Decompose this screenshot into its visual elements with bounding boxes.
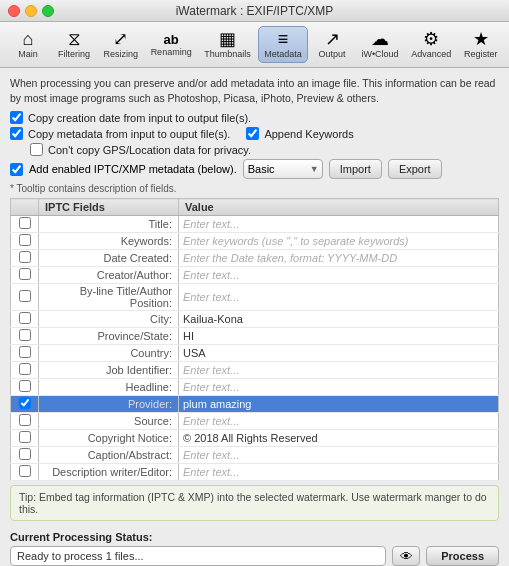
checkbox-split-row: Copy metadata from input to ouput file(s… <box>10 127 499 140</box>
metadata-type-select[interactable]: Basic Advanced Custom <box>243 159 323 179</box>
status-input[interactable] <box>10 546 386 566</box>
maximize-button[interactable] <box>42 5 54 17</box>
row-value: Enter text... <box>179 284 499 311</box>
window-controls <box>8 5 54 17</box>
toolbar-thumbnails-label: Thumbnails <box>204 49 251 59</box>
eye-button[interactable]: 👁 <box>392 546 420 566</box>
row-field: Title: <box>39 216 179 233</box>
copy-creation-checkbox[interactable] <box>10 111 23 124</box>
status-input-row: 👁 Process <box>10 546 499 566</box>
row-checkbox[interactable] <box>19 312 31 324</box>
main-content: When processing you can preserve and/or … <box>0 68 509 525</box>
row-checkbox[interactable] <box>19 380 31 392</box>
toolbar-metadata-label: Metadata <box>264 49 302 59</box>
toolbar-register[interactable]: ★ Register <box>459 27 503 62</box>
process-button[interactable]: Process <box>426 546 499 566</box>
row-value: © 2018 All Rights Reserved <box>179 430 499 447</box>
row-field: Headline: <box>39 379 179 396</box>
row-field: Keywords: <box>39 233 179 250</box>
append-keywords-label: Append Keywords <box>264 128 353 140</box>
row-checkbox-cell[interactable] <box>11 216 39 233</box>
row-checkbox[interactable] <box>19 268 31 280</box>
row-field: Date Created: <box>39 250 179 267</box>
table-row: Country:USA <box>11 345 499 362</box>
toolbar-renaming[interactable]: ab Renaming <box>145 30 197 60</box>
row-field: Province/State: <box>39 328 179 345</box>
toolbar-output-label: Output <box>319 49 346 59</box>
row-checkbox[interactable] <box>19 363 31 375</box>
row-checkbox-cell[interactable] <box>11 284 39 311</box>
toolbar-advanced[interactable]: ⚙ Advanced <box>406 27 457 62</box>
append-keywords-checkbox[interactable] <box>246 127 259 140</box>
output-icon: ↗ <box>325 30 340 48</box>
metadata-icon: ≡ <box>278 30 289 48</box>
row-checkbox[interactable] <box>19 346 31 358</box>
row-field: Job Identifier: <box>39 362 179 379</box>
row-checkbox-cell[interactable] <box>11 396 39 413</box>
row-checkbox-cell[interactable] <box>11 362 39 379</box>
toolbar-cloud[interactable]: ☁ iW•Cloud <box>356 27 404 62</box>
row-value[interactable]: plum amazing <box>179 396 499 413</box>
toolbar-cloud-label: iW•Cloud <box>361 49 398 59</box>
row-checkbox[interactable] <box>19 448 31 460</box>
toolbar-resizing[interactable]: ⤢ Resizing <box>98 27 143 62</box>
row-checkbox[interactable] <box>19 414 31 426</box>
rename-icon: ab <box>164 33 179 46</box>
row-checkbox-cell[interactable] <box>11 447 39 464</box>
toolbar-resizing-label: Resizing <box>103 49 138 59</box>
gps-privacy-row: Con't copy GPS/Location data for privacy… <box>30 143 499 156</box>
export-button[interactable]: Export <box>388 159 442 179</box>
minimize-button[interactable] <box>25 5 37 17</box>
row-checkbox[interactable] <box>19 217 31 229</box>
row-value: USA <box>179 345 499 362</box>
row-field: Provider: <box>39 396 179 413</box>
table-row: Province/State:HI <box>11 328 499 345</box>
add-iptc-checkbox[interactable] <box>10 163 23 176</box>
tip-section: Tip: Embed tag information (IPTC & XMP) … <box>10 485 499 521</box>
row-value: Enter text... <box>179 447 499 464</box>
row-field: Description writer/Editor: <box>39 464 179 481</box>
tooltip-note: * Tooltip contains description of fields… <box>10 183 499 194</box>
row-checkbox[interactable] <box>19 465 31 477</box>
toolbar-metadata[interactable]: ≡ Metadata <box>258 26 308 63</box>
row-checkbox-cell[interactable] <box>11 328 39 345</box>
row-checkbox-cell[interactable] <box>11 430 39 447</box>
add-iptc-row: Add enabled IPTC/XMP metadata (below). B… <box>10 159 499 179</box>
close-button[interactable] <box>8 5 20 17</box>
cloud-icon: ☁ <box>371 30 389 48</box>
row-checkbox-cell[interactable] <box>11 345 39 362</box>
toolbar-thumbnails[interactable]: ▦ Thumbnails <box>199 27 256 62</box>
row-value: Enter text... <box>179 267 499 284</box>
gps-privacy-checkbox[interactable] <box>30 143 43 156</box>
row-checkbox[interactable] <box>19 251 31 263</box>
table-row: Date Created:Enter the Date taken, forma… <box>11 250 499 267</box>
row-checkbox-cell[interactable] <box>11 250 39 267</box>
row-field: Caption/Abstract: <box>39 447 179 464</box>
toolbar-output[interactable]: ↗ Output <box>310 27 354 62</box>
row-checkbox[interactable] <box>19 234 31 246</box>
row-checkbox[interactable] <box>19 290 31 302</box>
gps-privacy-label: Con't copy GPS/Location data for privacy… <box>48 144 251 156</box>
table-row: Provider:plum amazing <box>11 396 499 413</box>
row-checkbox-cell[interactable] <box>11 379 39 396</box>
import-button[interactable]: Import <box>329 159 382 179</box>
row-value: Enter keywords (use "," to separate keyw… <box>179 233 499 250</box>
row-checkbox-cell[interactable] <box>11 311 39 328</box>
row-checkbox-cell[interactable] <box>11 267 39 284</box>
row-checkbox-cell[interactable] <box>11 464 39 481</box>
row-value: Enter text... <box>179 413 499 430</box>
row-checkbox[interactable] <box>19 431 31 443</box>
row-checkbox[interactable] <box>19 329 31 341</box>
col-value: Value <box>179 199 499 216</box>
toolbar-main[interactable]: ⌂ Main <box>6 27 50 62</box>
tip-text: Tip: Embed tag information (IPTC & XMP) … <box>19 491 487 515</box>
row-checkbox-cell[interactable] <box>11 413 39 430</box>
table-row: Creator/Author:Enter text... <box>11 267 499 284</box>
row-checkbox[interactable] <box>19 397 31 409</box>
copy-creation-label: Copy creation date from input to output … <box>28 112 251 124</box>
copy-metadata-checkbox[interactable] <box>10 127 23 140</box>
toolbar-filtering[interactable]: ⧖ Filtering <box>52 27 96 62</box>
thumbnails-icon: ▦ <box>219 30 236 48</box>
table-row: Job Identifier:Enter text... <box>11 362 499 379</box>
row-checkbox-cell[interactable] <box>11 233 39 250</box>
